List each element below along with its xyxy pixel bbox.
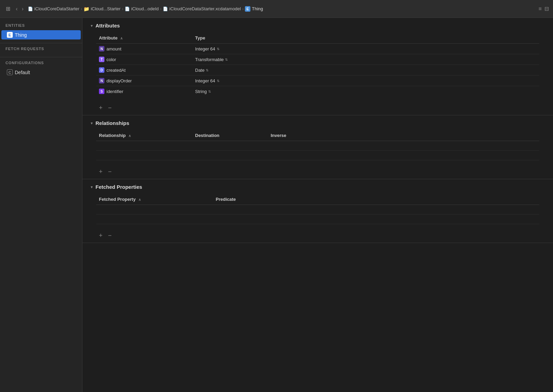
attributes-section-header[interactable]: ▾ Attributes: [82, 18, 553, 33]
table-row: [96, 215, 539, 224]
attr-name-cell-2: D createdAt: [96, 65, 192, 76]
attributes-header-row: Attribute ∧ Type: [96, 33, 539, 44]
breadcrumb-label-2: iCloud...Starter: [91, 6, 121, 11]
breadcrumb-item-1[interactable]: 📄 iCloudCoreDataStarter: [28, 6, 80, 11]
breadcrumb-item-3[interactable]: 📄 iCloud...odeId: [125, 6, 159, 11]
dest-col-header: Destination: [192, 131, 268, 141]
fetched-properties-section-header[interactable]: ▾ Fetched Properties: [82, 179, 553, 195]
attr-name-2: createdAt: [106, 68, 126, 73]
type-badge-1: T: [99, 57, 104, 62]
doc-icon-4: 📄: [163, 7, 168, 11]
configurations-label: CONFIGURATIONS: [0, 61, 82, 68]
attr-sort-indicator: ∧: [120, 36, 123, 40]
titlebar-right: ≡ ⊟: [539, 5, 549, 12]
breadcrumb-item-2[interactable]: 📁 iCloud...Starter: [83, 6, 121, 12]
breadcrumb-label-4: iCloudCoreDataStarter.xcdatamodel: [169, 6, 241, 11]
fetched-properties-add-button[interactable]: +: [99, 232, 103, 239]
relationships-add-button[interactable]: +: [99, 169, 103, 175]
breadcrumb-sep-3: ›: [160, 7, 161, 11]
type-badge-0: N: [99, 46, 104, 51]
relationships-header-row: Relationship ∧ Destination Inverse: [96, 131, 539, 141]
attributes-add-remove: + −: [82, 102, 553, 115]
breadcrumb-item-5[interactable]: E Thing: [245, 6, 263, 12]
sidebar-item-default[interactable]: C Default: [1, 68, 81, 77]
type-stepper-2[interactable]: ⇅: [206, 68, 208, 72]
breadcrumb-item-4[interactable]: 📄 iCloudCoreDataStarter.xcdatamodel: [163, 6, 241, 11]
attr-col-header: Attribute ∧: [96, 33, 192, 44]
doc-icon-3: 📄: [125, 7, 130, 11]
type-badge-3: N: [99, 78, 104, 83]
attr-type-cell-1: Transformable ⇅: [192, 54, 268, 65]
table-row[interactable]: S identifier String ⇅: [96, 86, 539, 97]
predicate-col-header: Predicate: [213, 195, 539, 205]
attributes-section: ▾ Attributes Attribute ∧ Type: [82, 18, 553, 115]
fetched-properties-remove-button[interactable]: −: [108, 232, 112, 239]
doc-icon-1: 📄: [28, 7, 33, 11]
fetched-properties-table: Fetched Property ∧ Predicate: [96, 195, 539, 224]
sidebar: ENTITIES E Thing FETCH REQUESTS CONFIGUR…: [0, 18, 82, 392]
type-badge-4: S: [99, 89, 104, 94]
type-rest-header: [268, 33, 539, 44]
sidebar-item-thing[interactable]: E Thing: [1, 30, 81, 39]
fetched-properties-tbody: [96, 205, 539, 224]
split-button[interactable]: ⊟: [544, 5, 549, 12]
attr-name-cell-4: S identifier: [96, 86, 192, 97]
attr-name-cell-0: N amount: [96, 44, 192, 54]
table-row: [96, 151, 539, 160]
fetched-prop-col-header: Fetched Property ∧: [96, 195, 213, 205]
relationships-section-title: Relationships: [95, 120, 129, 126]
main-layout: ENTITIES E Thing FETCH REQUESTS CONFIGUR…: [0, 18, 553, 392]
relationships-section: ▾ Relationships Relationship ∧ Destinati…: [82, 115, 553, 179]
attr-type-cell-2: Date ⇅: [192, 65, 268, 76]
sidebar-item-thing-label: Thing: [15, 32, 27, 38]
entities-section-label: ENTITIES: [0, 23, 82, 30]
rel-sort-indicator: ∧: [128, 134, 131, 138]
sidebar-divider-2: [0, 57, 82, 57]
titlebar: ⊞ ‹ › 📄 iCloudCoreDataStarter › 📁 iCloud…: [0, 0, 553, 18]
attr-type-cell-4: String ⇅: [192, 86, 268, 97]
attr-name-cell-3: N displayOrder: [96, 76, 192, 86]
fetched-chevron: ▾: [91, 185, 93, 189]
type-badge-2: D: [99, 67, 104, 73]
attributes-chevron: ▾: [91, 23, 93, 28]
type-stepper-4[interactable]: ⇅: [208, 90, 211, 93]
type-stepper-3[interactable]: ⇅: [217, 79, 219, 83]
attr-type-value-4: String: [195, 89, 207, 94]
attr-type-value-0: Integer 64: [195, 46, 215, 51]
attr-type-value-1: Transformable: [195, 57, 224, 62]
attributes-tbody: N amount Integer 64 ⇅ T color Tr: [96, 44, 539, 97]
config-badge-default: C: [7, 69, 13, 75]
attr-name-cell-1: T color: [96, 54, 192, 65]
table-row[interactable]: N displayOrder Integer 64 ⇅: [96, 76, 539, 86]
attr-extra-1: [268, 54, 539, 65]
attr-extra-0: [268, 44, 539, 54]
table-row: [96, 205, 539, 215]
attributes-remove-button[interactable]: −: [108, 105, 112, 111]
table-row[interactable]: N amount Integer 64 ⇅: [96, 44, 539, 54]
sidebar-item-default-label: Default: [15, 70, 30, 75]
attr-name-0: amount: [106, 46, 121, 51]
type-stepper-0[interactable]: ⇅: [217, 47, 219, 51]
relationships-section-header[interactable]: ▾ Relationships: [82, 115, 553, 131]
attr-extra-3: [268, 76, 539, 86]
relationships-table-wrap: Relationship ∧ Destination Inverse: [82, 131, 553, 166]
menu-button[interactable]: ≡: [539, 6, 542, 12]
entity-badge-icon: E: [245, 6, 250, 12]
table-row[interactable]: T color Transformable ⇅: [96, 54, 539, 65]
relationships-tbody: [96, 141, 539, 160]
fetch-requests-label: FETCH REQUESTS: [0, 47, 82, 54]
relationships-add-remove: + −: [82, 166, 553, 179]
nav-forward-button[interactable]: ›: [20, 5, 25, 13]
attr-extra-4: [268, 86, 539, 97]
fetched-properties-add-remove: + −: [82, 230, 553, 243]
table-row[interactable]: D createdAt Date ⇅: [96, 65, 539, 76]
breadcrumb-label-3: iCloud...odeId: [131, 6, 159, 11]
type-stepper-1[interactable]: ⇅: [225, 58, 228, 61]
attr-type-value-2: Date: [195, 68, 204, 73]
relationships-remove-button[interactable]: −: [108, 169, 112, 175]
fetched-properties-title: Fetched Properties: [95, 184, 142, 190]
nav-back-button[interactable]: ‹: [14, 5, 19, 13]
attributes-add-button[interactable]: +: [99, 105, 103, 111]
table-row: [96, 141, 539, 151]
attr-type-cell-0: Integer 64 ⇅: [192, 44, 268, 54]
